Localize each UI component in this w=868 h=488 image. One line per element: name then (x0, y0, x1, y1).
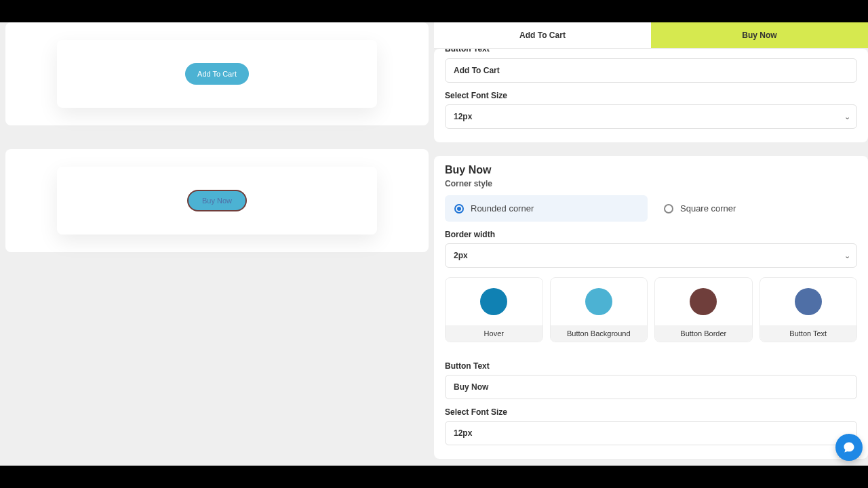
radio-rounded-corner[interactable]: Rounded corner (445, 195, 648, 222)
settings-tabs: Add To Cart Buy Now (434, 22, 868, 49)
radio-square-corner[interactable]: Square corner (654, 195, 857, 222)
color-circle (480, 288, 507, 315)
swatch-hover[interactable]: Hover (445, 277, 543, 342)
swatch-label: Button Border (655, 325, 752, 342)
font-size-label: Select Font Size (445, 91, 857, 100)
chat-icon (842, 441, 856, 454)
buy-now-section-title: Buy Now (445, 164, 857, 176)
swatch-label: Button Text (760, 325, 857, 342)
button-text-label: Button Text (445, 361, 857, 371)
preview-card-add-to-cart: Add To Cart (5, 22, 429, 125)
swatch-color-area (760, 278, 857, 325)
tab-buy-now[interactable]: Buy Now (651, 22, 868, 48)
swatch-button-background[interactable]: Button Background (550, 277, 648, 342)
color-circle (585, 288, 612, 315)
font-size-select-wrap: 12px ⌄ (445, 104, 857, 129)
preview-buy-now-button[interactable]: Buy Now (187, 190, 247, 211)
preview-inner: Add To Cart (57, 40, 377, 108)
swatch-button-border[interactable]: Button Border (654, 277, 753, 342)
swatch-color-area (551, 278, 648, 325)
panel-add-to-cart-partial: Button Text Select Font Size 12px ⌄ (434, 49, 868, 142)
border-width-label: Border width (445, 230, 857, 239)
chat-fab-button[interactable] (835, 434, 863, 461)
corner-style-radio-group: Rounded corner Square corner (445, 195, 857, 222)
panel-buy-now: Buy Now Corner style Rounded corner Squa… (434, 156, 868, 459)
border-width-select[interactable]: 2px (445, 243, 857, 268)
font-size-select-wrap: 12px ⌄ (445, 421, 857, 445)
radio-label: Rounded corner (471, 203, 534, 214)
buy-now-font-size-select[interactable]: 12px (445, 421, 857, 445)
tab-add-to-cart[interactable]: Add To Cart (434, 22, 651, 48)
preview-add-to-cart-button[interactable]: Add To Cart (185, 63, 249, 85)
buy-now-text-input[interactable] (445, 375, 857, 399)
settings-column: Add To Cart Buy Now Button Text Select F… (434, 22, 868, 466)
swatch-color-area (446, 278, 542, 325)
settings-scroll[interactable]: Button Text Select Font Size 12px ⌄ Buy … (434, 49, 868, 460)
color-circle (795, 288, 822, 315)
add-to-cart-font-size-select[interactable]: 12px (445, 104, 857, 129)
swatch-label: Hover (446, 325, 542, 342)
preview-inner: Buy Now (57, 167, 377, 235)
add-to-cart-text-input[interactable] (445, 58, 857, 83)
swatch-button-text[interactable]: Button Text (760, 277, 858, 342)
corner-style-label: Corner style (445, 179, 857, 188)
radio-label: Square corner (680, 203, 736, 214)
radio-dot-icon (454, 204, 464, 214)
color-swatches-row: Hover Button Background Button Border Bu… (445, 277, 857, 342)
color-circle (690, 288, 717, 315)
app-root: Add To Cart Buy Now Add To Cart Buy Now … (0, 22, 868, 466)
border-width-select-wrap: 2px ⌄ (445, 243, 857, 268)
button-text-label-cut: Button Text (445, 49, 857, 53)
font-size-label: Select Font Size (445, 407, 857, 417)
preview-column: Add To Cart Buy Now (0, 22, 434, 466)
radio-dot-icon (664, 204, 673, 214)
preview-card-buy-now: Buy Now (5, 149, 429, 252)
swatch-label: Button Background (551, 325, 648, 342)
swatch-color-area (655, 278, 752, 325)
